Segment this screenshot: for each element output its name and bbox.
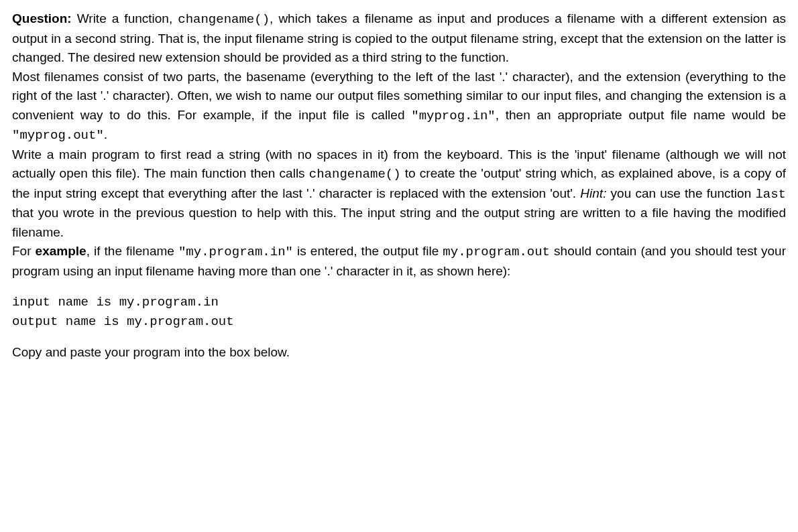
paragraph-2: Most filenames consist of two parts, the… xyxy=(12,68,786,145)
text: that you wrote in the previous question … xyxy=(12,206,786,239)
paragraph-5: Copy and paste your program into the box… xyxy=(12,343,786,362)
text: you can use the function xyxy=(606,186,755,200)
code-last: last xyxy=(755,187,786,202)
code-myprog-out: "myprog.out" xyxy=(12,128,104,143)
code-myprog-in: "myprog.in" xyxy=(411,109,495,123)
hint-label: Hint: xyxy=(580,186,606,200)
text: . xyxy=(104,127,107,141)
question-label: Question: xyxy=(12,11,72,25)
code-my-program-out: my.program.out xyxy=(443,245,550,259)
question-content: Question: Write a function, changename()… xyxy=(12,9,786,362)
paragraph-1: Question: Write a function, changename()… xyxy=(12,9,786,68)
code-my-program-in: "my.program.in" xyxy=(178,245,293,259)
text: is entered, the output file xyxy=(293,244,443,258)
text: , then an appropriate output file name w… xyxy=(496,108,786,122)
paragraph-3: Write a main program to first read a str… xyxy=(12,145,786,243)
example-output-block: input name is my.program.in output name … xyxy=(12,293,786,331)
paragraph-4: For example, if the filename "my.program… xyxy=(12,242,786,281)
text: , if the filename xyxy=(87,244,178,258)
code-changename: changename() xyxy=(178,12,270,27)
text: For xyxy=(12,244,36,258)
code-changename: changename() xyxy=(309,167,401,182)
text: Write a function, xyxy=(72,11,178,25)
example-label: example xyxy=(36,244,87,258)
